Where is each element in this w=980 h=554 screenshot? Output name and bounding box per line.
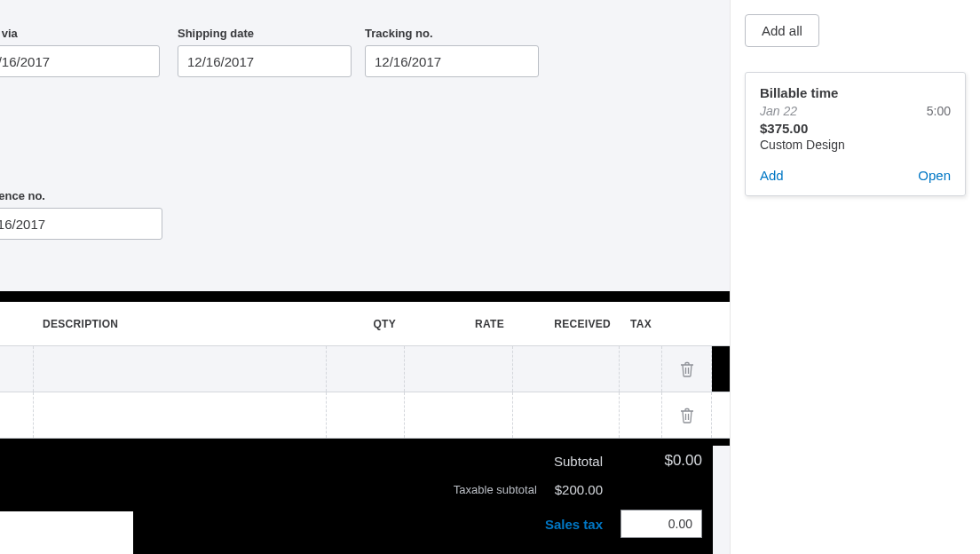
table-row[interactable] xyxy=(0,392,730,439)
shipping-date-input[interactable] xyxy=(178,45,352,77)
reference-no-input[interactable] xyxy=(0,208,162,240)
taxable-subtotal-value: $200.00 xyxy=(555,482,603,497)
subtotal-value: $0.00 xyxy=(620,452,702,470)
table-row[interactable] xyxy=(0,346,730,392)
table-header-row: DESCRIPTION QTY RATE RECEIVED TAX xyxy=(0,302,730,346)
card-date: Jan 22 xyxy=(760,104,797,118)
ship-via-input[interactable] xyxy=(0,45,160,77)
shipping-date-label: Shipping date xyxy=(178,27,352,40)
card-title: Billable time xyxy=(760,85,951,100)
th-description: DESCRIPTION xyxy=(34,318,327,330)
side-panel: Add all Billable time Jan 22 5:00 $375.0… xyxy=(730,0,980,554)
sales-tax-input[interactable] xyxy=(620,510,702,538)
tracking-no-input[interactable] xyxy=(365,45,539,77)
line-items-table: DESCRIPTION QTY RATE RECEIVED TAX xyxy=(0,291,730,446)
th-received: RECEIVED xyxy=(513,318,620,330)
subtotal-label: Subtotal xyxy=(554,454,603,469)
trash-icon[interactable] xyxy=(676,359,698,380)
sales-tax-link[interactable]: Sales tax xyxy=(545,517,603,532)
card-add-link[interactable]: Add xyxy=(760,168,784,183)
th-rate: RATE xyxy=(405,318,513,330)
th-qty: QTY xyxy=(327,318,405,330)
taxable-subtotal-label: Taxable subtotal xyxy=(454,483,537,496)
card-description: Custom Design xyxy=(760,138,951,152)
add-all-button[interactable]: Add all xyxy=(745,14,819,47)
trash-icon[interactable] xyxy=(676,405,698,426)
ship-via-label: Ship via xyxy=(0,27,160,40)
tracking-no-label: Tracking no. xyxy=(365,27,539,40)
card-amount: $375.00 xyxy=(760,121,951,136)
reference-no-label: Reference no. xyxy=(0,189,162,202)
billable-time-card: Billable time Jan 22 5:00 $375.00 Custom… xyxy=(745,72,966,196)
card-hours: 5:00 xyxy=(927,104,951,118)
th-tax: TAX xyxy=(620,318,662,330)
card-open-link[interactable]: Open xyxy=(918,168,951,183)
